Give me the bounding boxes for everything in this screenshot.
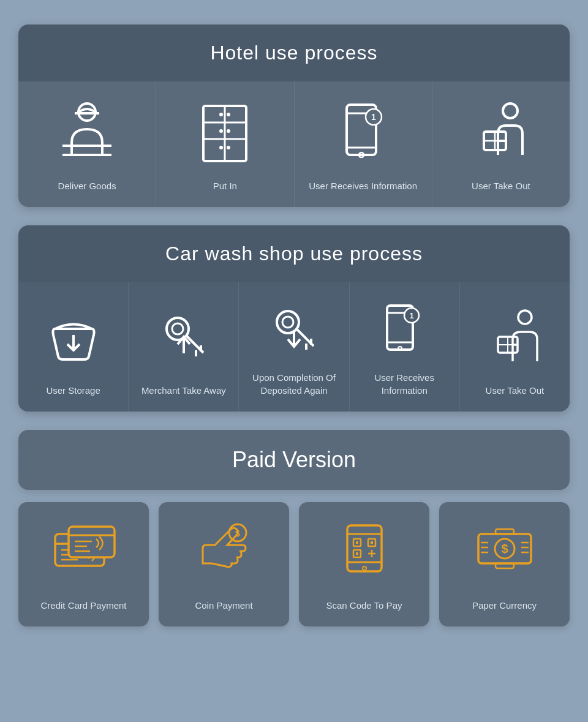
paid-label-scancode: Scan Code To Pay xyxy=(326,599,402,612)
carwash-label-storage: User Storage xyxy=(46,384,100,397)
svg-point-29 xyxy=(167,318,189,340)
carwash-title: Car wash shop use process xyxy=(31,243,557,265)
receives-icon: 1 xyxy=(336,100,391,167)
carwash-receives-icon: 1 xyxy=(380,301,429,359)
svg-point-69 xyxy=(363,566,366,570)
svg-rect-77 xyxy=(356,552,358,555)
paid-item-scancode: Scan Code To Pay xyxy=(299,502,429,626)
takeout-icon xyxy=(470,100,532,167)
paid-label-paper: Paper Currency xyxy=(472,599,537,612)
hotel-item-receives: 1 User Receives Information xyxy=(295,81,432,207)
putin-icon xyxy=(194,100,255,167)
svg-text:$: $ xyxy=(501,542,508,555)
svg-rect-66 xyxy=(347,525,382,571)
merchant-icon xyxy=(159,301,208,372)
carwash-item-receives: 1 User Receives Information xyxy=(350,282,460,412)
hotel-header: Hotel use process xyxy=(18,24,570,81)
svg-point-10 xyxy=(219,113,223,116)
paid-item-coin: $ Coin Payment xyxy=(159,502,289,626)
hotel-title: Hotel use process xyxy=(31,42,557,64)
creditcard-icon xyxy=(50,521,118,576)
deliver-icon xyxy=(56,100,118,167)
paid-label-creditcard: Credit Card Payment xyxy=(40,599,126,612)
storage-icon xyxy=(46,301,101,372)
hotel-item-takeout: User Take Out xyxy=(432,81,570,207)
hotel-item-putin: Put In xyxy=(156,81,294,207)
carwash-label-receives: User Receives Information xyxy=(360,371,450,397)
svg-text:$: $ xyxy=(235,528,240,538)
carwash-header: Car wash shop use process xyxy=(18,225,570,282)
carwash-item-merchant: Merchant Take Away xyxy=(129,282,239,412)
carwash-label-deposited: Upon Completion Of Deposited Again xyxy=(249,371,339,397)
paid-item-paper: $ Paper Currency xyxy=(439,502,570,626)
svg-rect-75 xyxy=(356,541,358,544)
carwash-item-storage: User Storage xyxy=(18,282,129,412)
paid-label-coin: Coin Payment xyxy=(195,599,252,612)
carwash-body: User Storage Merchant Take Away xyxy=(18,282,570,412)
carwash-item-takeout: User Take Out xyxy=(460,282,570,412)
svg-point-14 xyxy=(219,146,223,149)
paid-title: Paid Version xyxy=(31,447,557,473)
svg-point-15 xyxy=(227,146,230,149)
hotel-section: Hotel use process xyxy=(18,24,570,207)
paper-icon: $ xyxy=(471,521,538,576)
svg-point-48 xyxy=(518,310,532,324)
scancode-icon xyxy=(334,521,395,576)
svg-point-11 xyxy=(227,113,230,116)
paid-items: Credit Card Payment $ Coin Payment xyxy=(18,502,570,626)
carwash-takeout-icon xyxy=(487,301,542,372)
carwash-item-deposited: Upon Completion Of Deposited Again xyxy=(239,282,349,412)
hotel-body: Deliver Goods xyxy=(18,81,570,207)
paid-section: Paid Version xyxy=(18,430,570,626)
hotel-label-deliver: Deliver Goods xyxy=(58,179,116,192)
svg-point-23 xyxy=(503,103,518,118)
svg-point-13 xyxy=(227,129,230,133)
svg-point-36 xyxy=(282,317,293,328)
coin-icon: $ xyxy=(194,521,255,576)
carwash-label-takeout: User Take Out xyxy=(486,384,545,397)
carwash-section: Car wash shop use process User Storage xyxy=(18,225,570,412)
hotel-item-deliver: Deliver Goods xyxy=(18,81,156,207)
svg-rect-76 xyxy=(371,541,373,544)
svg-point-35 xyxy=(277,311,299,333)
hotel-label-takeout: User Take Out xyxy=(472,179,530,192)
hotel-label-putin: Put In xyxy=(213,179,237,192)
paid-item-creditcard: Credit Card Payment xyxy=(18,502,149,626)
hotel-label-receives: User Receives Information xyxy=(309,179,417,192)
carwash-label-merchant: Merchant Take Away xyxy=(141,384,226,397)
svg-text:1: 1 xyxy=(371,112,376,122)
svg-point-30 xyxy=(172,323,183,334)
deposited-icon xyxy=(270,301,318,359)
svg-point-12 xyxy=(219,129,223,133)
svg-rect-88 xyxy=(496,563,514,568)
svg-text:1: 1 xyxy=(410,311,414,320)
svg-rect-87 xyxy=(496,529,514,534)
paid-header: Paid Version xyxy=(18,430,570,490)
